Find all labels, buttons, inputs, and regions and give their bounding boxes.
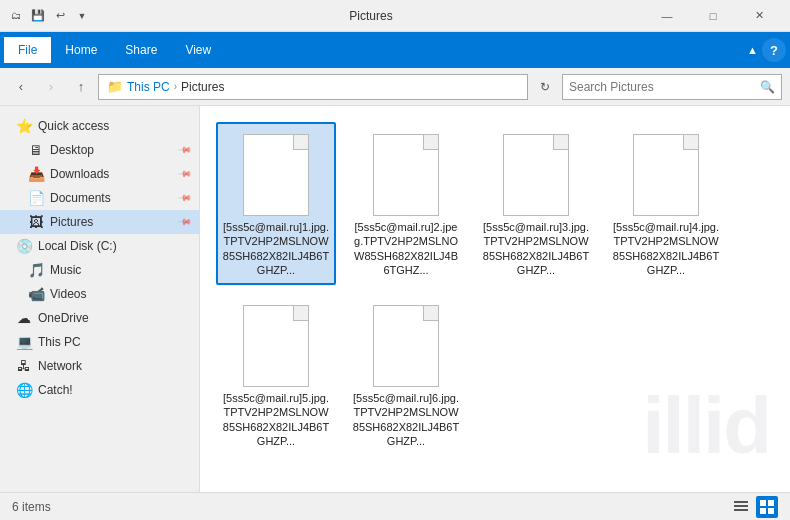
pictures-icon: 🖼 — [28, 214, 44, 230]
file-name-file5: [5ss5c@mail.ru]5.jpg.TPTV2HP2MSLNOW85SH6… — [222, 391, 330, 448]
tab-file[interactable]: File — [4, 37, 51, 63]
title-bar-icons: 🗂 💾 ↩ ▼ — [8, 8, 90, 24]
file-name-file3: [5ss5c@mail.ru]3.jpg.TPTV2HP2MSLNOW85SH6… — [482, 220, 590, 277]
title-bar: 🗂 💾 ↩ ▼ Pictures — □ ✕ — [0, 0, 790, 32]
onedrive-label: OneDrive — [38, 311, 191, 325]
svg-rect-5 — [760, 508, 766, 514]
sidebar-item-desktop[interactable]: 🖥Desktop📌 — [0, 138, 199, 162]
tab-home[interactable]: Home — [51, 37, 111, 63]
window-controls: — □ ✕ — [644, 0, 782, 32]
back-button[interactable]: ‹ — [8, 74, 34, 100]
sidebar-item-documents[interactable]: 📄Documents📌 — [0, 186, 199, 210]
documents-pin-icon: 📌 — [178, 191, 193, 206]
file-icon-file2 — [370, 130, 442, 216]
file-icon-file1 — [240, 130, 312, 216]
undo-icon: ↩ — [52, 8, 68, 24]
sidebar-item-downloads[interactable]: 📥Downloads📌 — [0, 162, 199, 186]
file-name-file4: [5ss5c@mail.ru]4.jpg.TPTV2HP2MSLNOW85SH6… — [612, 220, 720, 277]
path-sep-1: › — [174, 81, 177, 92]
watermark: illid — [642, 380, 770, 472]
music-icon: 🎵 — [28, 262, 44, 278]
file-item-file4[interactable]: [5ss5c@mail.ru]4.jpg.TPTV2HP2MSLNOW85SH6… — [606, 122, 726, 285]
refresh-button[interactable]: ↻ — [532, 74, 558, 100]
close-button[interactable]: ✕ — [736, 0, 782, 32]
ribbon-expand-icon[interactable]: ▲ — [747, 44, 758, 56]
this-pc-icon: 💻 — [16, 334, 32, 350]
search-icon[interactable]: 🔍 — [760, 80, 775, 94]
file-icon-file5 — [240, 301, 312, 387]
address-path[interactable]: 📁 This PC › Pictures — [98, 74, 528, 100]
pictures-pin-icon: 📌 — [178, 215, 193, 230]
sidebar-item-onedrive[interactable]: ☁OneDrive — [0, 306, 199, 330]
sidebar-item-catch[interactable]: 🌐Catch! — [0, 378, 199, 402]
maximize-button[interactable]: □ — [690, 0, 736, 32]
file-name-file1: [5ss5c@mail.ru]1.jpg.TPTV2HP2MSLNOW85SH6… — [222, 220, 330, 277]
local-disk-label: Local Disk (C:) — [38, 239, 191, 253]
file-icon-file4 — [630, 130, 702, 216]
onedrive-icon: ☁ — [16, 310, 32, 326]
forward-button[interactable]: › — [38, 74, 64, 100]
ribbon: File Home Share View ▲ ? — [0, 32, 790, 68]
this-pc-label: This PC — [38, 335, 191, 349]
grid-view-button[interactable] — [756, 496, 778, 518]
sidebar-item-music[interactable]: 🎵Music — [0, 258, 199, 282]
file-name-file6: [5ss5c@mail.ru]6.jpg.TPTV2HP2MSLNOW85SH6… — [352, 391, 460, 448]
up-button[interactable]: ↑ — [68, 74, 94, 100]
minimize-button[interactable]: — — [644, 0, 690, 32]
file-item-file2[interactable]: [5ss5c@mail.ru]2.jpeg.TPTV2HP2MSLNOW85SH… — [346, 122, 466, 285]
path-this-pc[interactable]: This PC — [127, 80, 170, 94]
path-pictures[interactable]: Pictures — [181, 80, 224, 94]
pictures-label: Pictures — [50, 215, 174, 229]
svg-rect-3 — [760, 500, 766, 506]
quick-access-icon: 🗂 — [8, 8, 24, 24]
sidebar-item-this-pc[interactable]: 💻This PC — [0, 330, 199, 354]
videos-icon: 📹 — [28, 286, 44, 302]
documents-icon: 📄 — [28, 190, 44, 206]
catch-icon: 🌐 — [16, 382, 32, 398]
desktop-pin-icon: 📌 — [178, 143, 193, 158]
search-box[interactable]: 🔍 — [562, 74, 782, 100]
catch-label: Catch! — [38, 383, 191, 397]
videos-label: Videos — [50, 287, 191, 301]
dropdown-arrow-icon[interactable]: ▼ — [74, 8, 90, 24]
view-controls — [730, 496, 778, 518]
item-count: 6 items — [12, 500, 51, 514]
sidebar-item-quick-access[interactable]: ⭐Quick access — [0, 114, 199, 138]
file-icon-file3 — [500, 130, 572, 216]
svg-rect-1 — [734, 505, 748, 507]
path-folder-icon: 📁 — [107, 79, 123, 94]
file-item-file3[interactable]: [5ss5c@mail.ru]3.jpg.TPTV2HP2MSLNOW85SH6… — [476, 122, 596, 285]
downloads-icon: 📥 — [28, 166, 44, 182]
network-icon: 🖧 — [16, 358, 32, 374]
sidebar-item-pictures[interactable]: 🖼Pictures📌 — [0, 210, 199, 234]
tab-share[interactable]: Share — [111, 37, 171, 63]
downloads-pin-icon: 📌 — [178, 167, 193, 182]
search-input[interactable] — [569, 80, 760, 94]
file-item-file1[interactable]: [5ss5c@mail.ru]1.jpg.TPTV2HP2MSLNOW85SH6… — [216, 122, 336, 285]
help-button[interactable]: ? — [762, 38, 786, 62]
window-title: Pictures — [98, 9, 644, 23]
file-content: illid [5ss5c@mail.ru]1.jpg.TPTV2HP2MSLNO… — [200, 106, 790, 492]
local-disk-icon: 💿 — [16, 238, 32, 254]
sidebar-item-videos[interactable]: 📹Videos — [0, 282, 199, 306]
status-bar: 6 items — [0, 492, 790, 520]
file-name-file2: [5ss5c@mail.ru]2.jpeg.TPTV2HP2MSLNOW85SH… — [352, 220, 460, 277]
network-label: Network — [38, 359, 191, 373]
main-area: ⭐Quick access🖥Desktop📌📥Downloads📌📄Docume… — [0, 106, 790, 492]
svg-rect-2 — [734, 509, 748, 511]
sidebar: ⭐Quick access🖥Desktop📌📥Downloads📌📄Docume… — [0, 106, 200, 492]
file-item-file6[interactable]: [5ss5c@mail.ru]6.jpg.TPTV2HP2MSLNOW85SH6… — [346, 293, 466, 456]
svg-rect-4 — [768, 500, 774, 506]
address-bar: ‹ › ↑ 📁 This PC › Pictures ↻ 🔍 — [0, 68, 790, 106]
tab-view[interactable]: View — [171, 37, 225, 63]
svg-rect-0 — [734, 501, 748, 503]
sidebar-item-network[interactable]: 🖧Network — [0, 354, 199, 378]
file-item-file5[interactable]: [5ss5c@mail.ru]5.jpg.TPTV2HP2MSLNOW85SH6… — [216, 293, 336, 456]
list-view-button[interactable] — [730, 496, 752, 518]
save-icon: 💾 — [30, 8, 46, 24]
svg-rect-6 — [768, 508, 774, 514]
quick-access-label: Quick access — [38, 119, 191, 133]
sidebar-item-local-disk[interactable]: 💿Local Disk (C:) — [0, 234, 199, 258]
file-icon-file6 — [370, 301, 442, 387]
downloads-label: Downloads — [50, 167, 174, 181]
